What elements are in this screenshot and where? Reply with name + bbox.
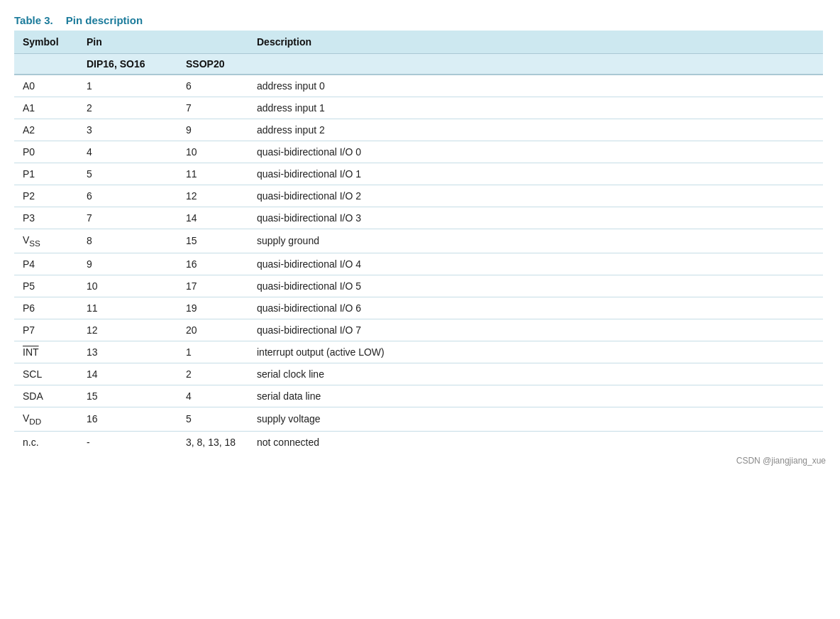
table-row: INT131interrupt output (active LOW) <box>14 341 823 363</box>
header-dip16: DIP16, SO16 <box>78 54 177 75</box>
cell-symbol: VDD <box>14 407 78 431</box>
table-row: A239address input 2 <box>14 119 823 141</box>
cell-symbol: P7 <box>14 319 78 341</box>
cell-dip: 3 <box>78 119 177 141</box>
table-label: Table 3. <box>14 14 53 26</box>
cell-symbol: P6 <box>14 297 78 319</box>
cell-dip: 10 <box>78 275 177 297</box>
cell-ssop: 3, 8, 13, 18 <box>177 431 248 453</box>
cell-dip: - <box>78 431 177 453</box>
table-row: P61119quasi-bidirectional I/O 6 <box>14 297 823 319</box>
cell-description: address input 1 <box>248 97 823 119</box>
cell-description: quasi-bidirectional I/O 4 <box>248 253 823 275</box>
cell-dip: 5 <box>78 163 177 185</box>
header-ssop20: SSOP20 <box>177 54 248 75</box>
cell-description: supply ground <box>248 229 823 253</box>
header-desc-empty <box>248 54 823 75</box>
table-header-row-1: Symbol Pin Description <box>14 31 823 54</box>
cell-ssop: 9 <box>177 119 248 141</box>
cell-symbol: A1 <box>14 97 78 119</box>
cell-description: quasi-bidirectional I/O 5 <box>248 275 823 297</box>
cell-dip: 16 <box>78 407 177 431</box>
cell-dip: 4 <box>78 141 177 163</box>
cell-description: serial data line <box>248 385 823 407</box>
cell-ssop: 6 <box>177 75 248 97</box>
cell-description: quasi-bidirectional I/O 1 <box>248 163 823 185</box>
table-row: n.c.-3, 8, 13, 18not connected <box>14 431 823 453</box>
cell-description: not connected <box>248 431 823 453</box>
cell-description: quasi-bidirectional I/O 7 <box>248 319 823 341</box>
cell-ssop: 12 <box>177 185 248 207</box>
cell-symbol: A2 <box>14 119 78 141</box>
cell-symbol: P4 <box>14 253 78 275</box>
table-row: VDD165supply voltage <box>14 407 823 431</box>
cell-ssop: 20 <box>177 319 248 341</box>
table-row: P1511quasi-bidirectional I/O 1 <box>14 163 823 185</box>
cell-symbol: P5 <box>14 275 78 297</box>
cell-dip: 13 <box>78 341 177 363</box>
cell-ssop: 16 <box>177 253 248 275</box>
watermark: CSDN @jiangjiang_xue <box>14 456 826 466</box>
table-title: Pin description <box>66 14 143 26</box>
cell-description: quasi-bidirectional I/O 0 <box>248 141 823 163</box>
cell-ssop: 15 <box>177 229 248 253</box>
cell-ssop: 1 <box>177 341 248 363</box>
table-row: P2612quasi-bidirectional I/O 2 <box>14 185 823 207</box>
cell-symbol: VSS <box>14 229 78 253</box>
header-pin: Pin <box>78 31 248 54</box>
cell-symbol: SDA <box>14 385 78 407</box>
table-row: A127address input 1 <box>14 97 823 119</box>
cell-ssop: 4 <box>177 385 248 407</box>
cell-dip: 9 <box>78 253 177 275</box>
cell-description: quasi-bidirectional I/O 2 <box>248 185 823 207</box>
cell-description: interrupt output (active LOW) <box>248 341 823 363</box>
cell-ssop: 10 <box>177 141 248 163</box>
cell-symbol: P1 <box>14 163 78 185</box>
table-row: SDA154serial data line <box>14 385 823 407</box>
cell-ssop: 11 <box>177 163 248 185</box>
table-row: VSS815supply ground <box>14 229 823 253</box>
cell-dip: 1 <box>78 75 177 97</box>
cell-symbol: P0 <box>14 141 78 163</box>
cell-description: quasi-bidirectional I/O 6 <box>248 297 823 319</box>
table-row: SCL142serial clock line <box>14 363 823 385</box>
cell-symbol: P3 <box>14 207 78 229</box>
cell-description: address input 2 <box>248 119 823 141</box>
cell-symbol: A0 <box>14 75 78 97</box>
cell-symbol: P2 <box>14 185 78 207</box>
table-row: A016address input 0 <box>14 75 823 97</box>
header-symbol-empty <box>14 54 78 75</box>
table-row: P4916quasi-bidirectional I/O 4 <box>14 253 823 275</box>
cell-ssop: 19 <box>177 297 248 319</box>
cell-ssop: 17 <box>177 275 248 297</box>
cell-dip: 7 <box>78 207 177 229</box>
header-symbol: Symbol <box>14 31 78 54</box>
cell-description: serial clock line <box>248 363 823 385</box>
table-row: P51017quasi-bidirectional I/O 5 <box>14 275 823 297</box>
cell-ssop: 2 <box>177 363 248 385</box>
table-row: P71220quasi-bidirectional I/O 7 <box>14 319 823 341</box>
cell-dip: 6 <box>78 185 177 207</box>
cell-description: quasi-bidirectional I/O 3 <box>248 207 823 229</box>
cell-dip: 2 <box>78 97 177 119</box>
pin-description-table: Symbol Pin Description DIP16, SO16 SSOP2… <box>14 31 823 453</box>
table-row: P0410quasi-bidirectional I/O 0 <box>14 141 823 163</box>
cell-dip: 14 <box>78 363 177 385</box>
cell-dip: 15 <box>78 385 177 407</box>
header-description: Description <box>248 31 823 54</box>
cell-ssop: 14 <box>177 207 248 229</box>
cell-dip: 8 <box>78 229 177 253</box>
cell-description: address input 0 <box>248 75 823 97</box>
table-header-row-2: DIP16, SO16 SSOP20 <box>14 54 823 75</box>
table-title-row: Table 3. Pin description <box>14 14 826 26</box>
cell-symbol: n.c. <box>14 431 78 453</box>
cell-description: supply voltage <box>248 407 823 431</box>
cell-ssop: 5 <box>177 407 248 431</box>
cell-dip: 12 <box>78 319 177 341</box>
cell-symbol: SCL <box>14 363 78 385</box>
table-body: A016address input 0A127address input 1A2… <box>14 75 823 453</box>
cell-symbol: INT <box>14 341 78 363</box>
table-row: P3714quasi-bidirectional I/O 3 <box>14 207 823 229</box>
cell-dip: 11 <box>78 297 177 319</box>
cell-ssop: 7 <box>177 97 248 119</box>
